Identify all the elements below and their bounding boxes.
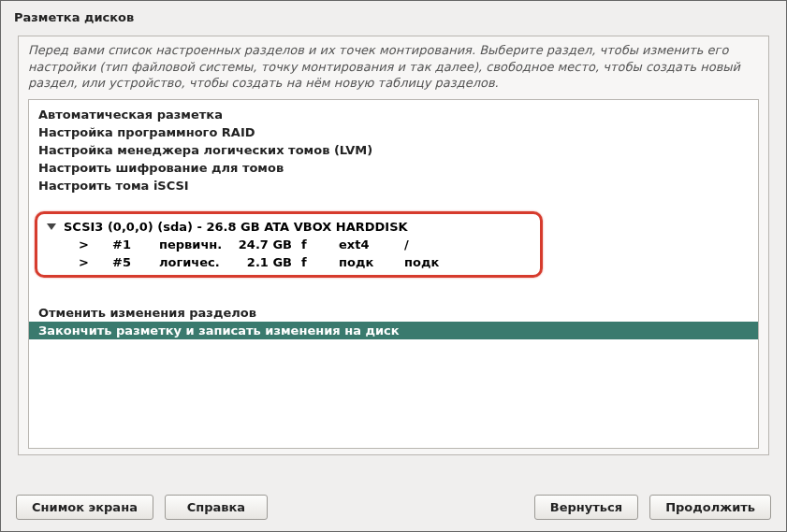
spacer — [29, 194, 758, 208]
back-button[interactable]: Вернуться — [534, 495, 638, 520]
partition-row-1[interactable]: > #1 первичн. 24.7 GB f ext4 / — [41, 236, 536, 253]
partition-list-inner: Автоматическая разметка Настройка програ… — [29, 100, 758, 448]
option-raid[interactable]: Настройка программного RAID — [29, 123, 758, 141]
spacer — [279, 495, 523, 520]
partition-flag: f — [301, 255, 339, 269]
partition-indicator: > — [79, 237, 112, 252]
partition-number: #1 — [112, 237, 159, 252]
disk-sda-header[interactable]: SCSI3 (0,0,0) (sda) - 26.8 GB ATA VBOX H… — [41, 218, 536, 236]
partition-flag: f — [301, 237, 339, 252]
option-encrypt[interactable]: Настроить шифрование для томов — [29, 159, 758, 177]
partition-type: логичес. — [159, 255, 236, 269]
installer-window: Разметка дисков Перед вами список настро… — [0, 0, 787, 532]
partition-type: первичн. — [159, 237, 236, 252]
help-button[interactable]: Справка — [165, 495, 268, 520]
description-text: Перед вами список настроенных разделов и… — [28, 42, 759, 92]
button-bar: Снимок экрана Справка Вернуться Продолжи… — [1, 485, 786, 531]
content-frame: Перед вами список настроенных разделов и… — [18, 36, 769, 455]
partition-size: 24.7 GB — [236, 237, 292, 252]
list-fill — [29, 339, 758, 442]
disk-highlight-annotation: SCSI3 (0,0,0) (sda) - 26.8 GB ATA VBOX H… — [35, 211, 543, 278]
disk-sda-label: SCSI3 (0,0,0) (sda) - 26.8 GB ATA VBOX H… — [64, 220, 408, 234]
option-lvm[interactable]: Настройка менеджера логических томов (LV… — [29, 141, 758, 159]
action-finish-partitioning[interactable]: Закончить разметку и записать изменения … — [29, 322, 758, 339]
action-undo-changes[interactable]: Отменить изменения разделов — [29, 304, 758, 322]
expand-icon — [47, 223, 56, 230]
partition-mount: подк — [404, 255, 460, 269]
partition-fs: подк — [339, 255, 404, 269]
continue-button[interactable]: Продолжить — [649, 495, 771, 520]
spacer — [29, 281, 758, 304]
partition-mount: / — [404, 237, 460, 252]
partition-list: Автоматическая разметка Настройка програ… — [28, 99, 759, 449]
screenshot-button[interactable]: Снимок экрана — [16, 495, 153, 520]
option-iscsi[interactable]: Настроить тома iSCSI — [29, 177, 758, 194]
partition-row-5[interactable]: > #5 логичес. 2.1 GB f подк подк — [41, 253, 536, 271]
partition-indicator: > — [79, 255, 112, 269]
option-auto-partition[interactable]: Автоматическая разметка — [29, 106, 758, 123]
page-title: Разметка дисков — [1, 1, 786, 30]
partition-number: #5 — [112, 255, 159, 269]
partition-size: 2.1 GB — [236, 255, 292, 269]
partition-fs: ext4 — [339, 237, 404, 252]
